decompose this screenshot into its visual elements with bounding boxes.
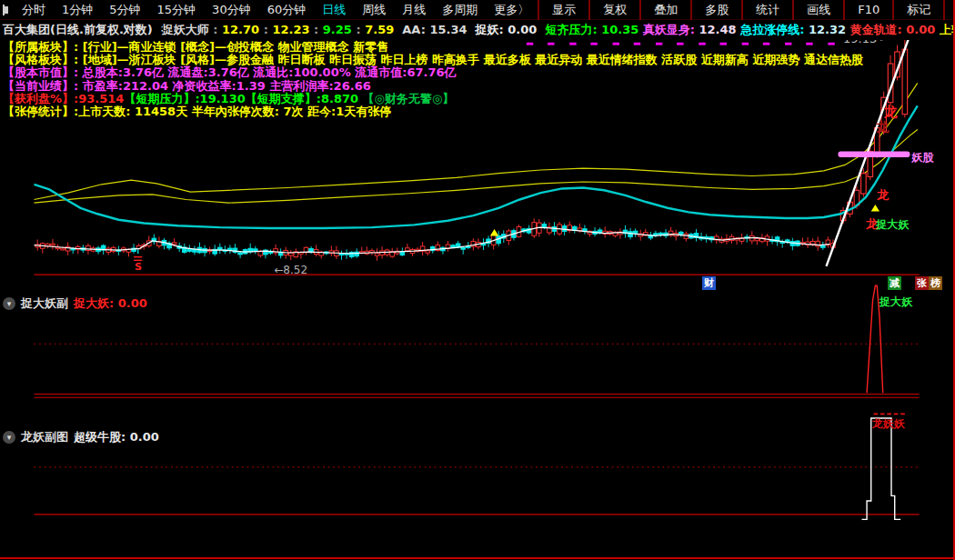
toolbar-button-叠加[interactable]: 叠加 [639,0,690,20]
dragon-label: 龙 [876,188,890,202]
indicator-segment: 0.00 [508,23,537,36]
toolbar-periods: 分时1分钟5分钟15分钟30分钟60分钟日线周线月线多周期更多〉 [14,2,538,18]
panel3-signal-plateau [862,418,901,519]
magenta-dash [590,43,597,45]
buy-triangle-marker [871,205,880,211]
indicator-segment: 7.59 [365,23,394,36]
toolbar-button-多股[interactable]: 多股 [690,0,741,20]
indicator-segment: : [310,23,323,36]
period-tab-更多〉[interactable]: 更多〉 [486,2,538,18]
panel3-label-dash [887,413,891,415]
candle-body [406,248,410,251]
toolbar-button-统计[interactable]: 统计 [741,0,792,20]
period-tab-1分钟[interactable]: 1分钟 [54,2,101,18]
candle-body [288,253,293,255]
buy-triangle-marker [490,229,498,235]
app-window: 分时1分钟5分钟15分钟30分钟60分钟日线周线月线多周期更多〉 显示复权叠加多… [0,0,955,560]
period-tab-周线[interactable]: 周线 [354,2,394,18]
indicator-segment: 9.25 [323,23,352,36]
indicator-segment: 12.23 [272,23,309,36]
toolbar-button-标记[interactable]: 标记 [892,0,943,20]
panel2-header: ▾ 捉大妖副 捉大妖: 0.00 [3,295,147,312]
magenta-dash [720,43,727,45]
demon-stock-bar [839,152,910,158]
period-tab-60分钟[interactable]: 60分钟 [259,2,315,18]
indicator-segment: 12.48 [699,23,737,36]
event-badge-榜[interactable]: 榜 [929,276,942,290]
period-tab-分时[interactable]: 分时 [14,2,54,18]
toolbar-button-画线[interactable]: 画线 [792,0,843,20]
candle-body [400,252,405,255]
candle-body [217,247,222,249]
indicator-segment: 黄金轨道: [846,23,906,36]
magenta-dash [828,43,834,45]
event-badge-减[interactable]: 减 [888,276,901,290]
candle-body [375,254,379,256]
candle-body [902,49,908,115]
toolbar: 分时1分钟5分钟15分钟30分钟60分钟日线周线月线多周期更多〉 显示复权叠加多… [0,0,955,20]
candle-body [380,251,385,255]
stock-title: 百大集团(日线.前复权.对数) [3,22,153,38]
sell-marker: S [135,261,142,273]
candle-body [790,242,795,246]
dragon-label: 龙 [883,105,898,121]
toolbar-buttons: 显示复权叠加多股统计画线F10标记+自选 [538,0,955,20]
panel3-label-dash [874,413,879,415]
candle-body [654,234,658,235]
high-price-tag: 19.13 [843,40,877,45]
indicator-segment: 捉妖大师 [162,23,209,36]
period-tab-月线[interactable]: 月线 [394,2,434,18]
indicator-segment: 12.70 [222,23,259,36]
candle-body [451,245,456,247]
toolbar-button-F10[interactable]: F10 [843,0,892,20]
panel3-signal-label: 龙妖妖 [871,417,906,430]
candle-body [426,251,430,253]
candle-body [349,252,354,256]
indicator-segment: 10.35 [601,23,638,36]
magenta-dash [763,43,769,45]
candle-body [238,253,243,255]
magenta-dash [527,43,533,45]
period-tab-15分钟[interactable]: 15分钟 [149,2,205,18]
candle-body [86,245,91,250]
period-tab-多周期[interactable]: 多周期 [434,2,486,18]
candle-body [355,252,359,256]
magenta-dash [569,43,576,45]
indicator-segment: : [259,23,272,36]
candle-body [370,251,375,253]
indicator-segment: 短齐压力: [537,23,601,36]
indicator-segment: 捉妖: [467,23,508,36]
candle-body [633,231,638,233]
chevron-down-icon[interactable]: ▾ [3,431,15,444]
chevron-down-icon[interactable]: ▾ [3,297,15,310]
event-badge-财[interactable]: 财 [702,276,716,290]
panel3-label-dash [894,413,899,415]
indicator-segment: AA: [394,23,429,36]
toolbar-button-显示[interactable]: 显示 [538,0,588,20]
indicator-segment: : [209,23,222,36]
magenta-dash [806,43,812,45]
panel2-title: 捉大妖副 [21,295,68,312]
event-badge-张[interactable]: 张 [915,276,929,290]
info-bar: 百大集团(日线.前复权.对数) 捉妖大师 : 12.70 : 12.23 : 9… [0,20,955,40]
period-tab-30分钟[interactable]: 30分钟 [204,2,259,18]
bottom-border [0,557,955,559]
period-tab-日线[interactable]: 日线 [314,2,354,18]
period-tab-5分钟[interactable]: 5分钟 [101,2,148,18]
panel3-header: ▾ 龙妖副图 超级牛股: 0.00 [3,429,159,445]
ma-line-cyan [35,105,918,228]
dragon-label: 龙 [875,119,890,134]
indicator-segment: 12.32 [809,23,846,36]
indicator-segment: 真妖显身: [638,23,699,36]
panel3-title: 龙妖副图 [21,429,68,445]
candle-body [253,249,257,251]
magenta-dash [742,43,749,45]
candle-body [461,247,466,249]
candle-body [820,245,825,247]
indicator-values: 捉妖大师 : 12.70 : 12.23 : 9.25 : 7.59 AA: 1… [162,22,955,38]
magenta-dash [677,43,683,45]
layout-icon[interactable] [3,5,5,15]
candle-body [61,248,65,250]
panel3-label-dash [880,413,885,415]
toolbar-button-复权[interactable]: 复权 [588,0,639,20]
